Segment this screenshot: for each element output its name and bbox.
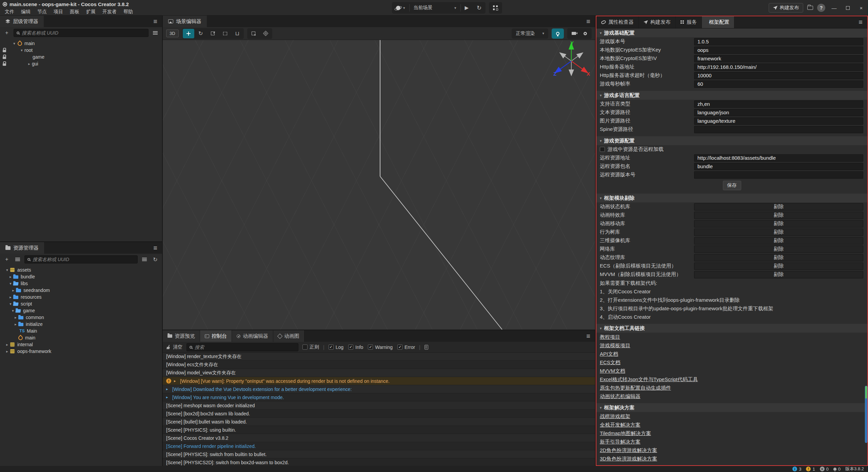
log-row[interactable]: ! ▸ [Window] Download the Vue Devtools e…: [163, 385, 595, 393]
inspector-tab[interactable]: 框架配置: [702, 16, 734, 28]
tree-node[interactable]: ▾ game: [0, 307, 162, 314]
hierarchy-search-input[interactable]: [22, 30, 145, 36]
remove-button[interactable]: 剔除: [694, 245, 863, 253]
filter-checkbox[interactable]: [348, 345, 353, 350]
solution-link[interactable]: 战棋游戏框架: [600, 412, 630, 420]
log-row[interactable]: ! ▸ [Window] You are running Vue in deve…: [163, 393, 595, 401]
remove-button[interactable]: 剔除: [694, 254, 863, 261]
assets-search[interactable]: [24, 255, 138, 263]
tree-node[interactable]: ▾ script: [0, 300, 162, 307]
menu-item[interactable]: 项目: [50, 8, 66, 16]
log-row[interactable]: ! [Window] ecs文件夹存在: [163, 361, 595, 369]
doc-link[interactable]: 教程项目: [600, 333, 620, 341]
tree-node[interactable]: ▸ bundle: [0, 273, 162, 280]
ui-transform-tool[interactable]: ⊔: [232, 29, 243, 38]
log-row[interactable]: ! ▸ [Window] [Vue warn]: Property "onInp…: [163, 377, 595, 385]
pivot-tool[interactable]: [248, 29, 259, 38]
filter-checkbox[interactable]: [397, 345, 402, 350]
tree-node[interactable]: ▾ libs: [0, 280, 162, 287]
config-value-field[interactable]: framework: [694, 55, 863, 62]
section-basic-config[interactable]: ▾ 游戏基础配置: [596, 28, 867, 37]
doc-link[interactable]: API文档: [600, 350, 618, 358]
log-row[interactable]: ! [Scene] Forward render pipeline initia…: [163, 442, 595, 450]
assets-menu-icon[interactable]: ≡: [149, 242, 162, 254]
scene-viewport[interactable]: Y X Z: [163, 40, 595, 330]
expand-chevron[interactable]: ▸: [26, 62, 32, 66]
tree-node[interactable]: Main: [0, 328, 162, 334]
tree-node[interactable]: ▸ common: [0, 314, 162, 321]
inspector-scrollbar[interactable]: [865, 386, 867, 443]
console-tab[interactable]: 动画图: [273, 330, 304, 342]
log-file-icon[interactable]: [425, 345, 428, 350]
tree-node[interactable]: ▸ gui: [0, 60, 162, 67]
minimize-button[interactable]: —: [829, 4, 839, 12]
tree-node[interactable]: ▾ assets: [0, 267, 162, 273]
scene-settings-button[interactable]: [579, 29, 591, 38]
doc-link[interactable]: 动画状态机编辑器: [600, 392, 640, 400]
status-warnings[interactable]: ! 1: [806, 467, 815, 472]
expand-chevron[interactable]: ▾: [8, 302, 13, 306]
preview-scene-select[interactable]: 当前场景 ▾: [410, 2, 460, 14]
doc-link[interactable]: MVVM文档: [600, 367, 625, 375]
remove-button[interactable]: 剔除: [694, 212, 863, 219]
log-filter-toggle[interactable]: Info: [348, 345, 363, 350]
tree-node[interactable]: ▸ internal: [0, 341, 162, 348]
play-button[interactable]: ▶: [461, 2, 473, 14]
config-value-field[interactable]: http://localhost:8083/assets/bundle: [694, 154, 863, 162]
config-value-field[interactable]: 10000: [694, 72, 863, 79]
menu-item[interactable]: 面板: [66, 8, 83, 16]
remove-button[interactable]: 剔除: [694, 262, 863, 270]
console-search[interactable]: [186, 343, 298, 351]
log-row[interactable]: ! [Scene] [PHYSICS]: using builtin.: [163, 426, 595, 434]
log-filter-toggle[interactable]: Warning: [368, 345, 393, 350]
remove-button[interactable]: 剔除: [694, 237, 863, 244]
log-row[interactable]: ! [Scene] [box2d]:box2d wasm lib loaded.: [163, 410, 595, 418]
console-search-input[interactable]: [195, 345, 295, 350]
log-row[interactable]: ! [Scene] Cocos Creator v3.8.2: [163, 434, 595, 442]
save-button[interactable]: 保存: [723, 181, 741, 190]
menu-item[interactable]: 帮助: [120, 8, 136, 16]
tree-node[interactable]: main: [0, 334, 162, 341]
remove-button[interactable]: 剔除: [694, 271, 863, 278]
rect-tool[interactable]: [219, 29, 231, 38]
config-value-field[interactable]: 60: [694, 80, 863, 88]
section-doc-links[interactable]: ▾ 框架文档工具链接: [596, 324, 867, 333]
expand-chevron[interactable]: ▸: [174, 379, 177, 383]
inspector-tab[interactable]: 属性检查器: [596, 16, 639, 28]
assets-refresh-icon[interactable]: ↻: [151, 255, 159, 263]
render-mode-select[interactable]: 正常渲染 ▾: [512, 28, 548, 39]
tab-assets[interactable]: 资源管理器: [0, 242, 44, 254]
expand-chevron[interactable]: ▸: [8, 295, 13, 299]
expand-chevron[interactable]: ▸: [166, 387, 170, 391]
console-menu-icon[interactable]: ≡: [581, 330, 595, 342]
reload-button[interactable]: ↻: [473, 2, 486, 14]
tree-node[interactable]: ▸ initialize: [0, 321, 162, 328]
menu-item[interactable]: 扩展: [83, 8, 99, 16]
log-row[interactable]: ! [Window] render_texture文件夹存在: [163, 353, 595, 361]
config-value-field[interactable]: language/json: [694, 109, 863, 116]
solution-link[interactable]: 全栈开发解决方案: [600, 420, 640, 429]
config-value-field[interactable]: oops: [694, 46, 863, 54]
expand-chevron[interactable]: ▾: [8, 281, 13, 286]
log-filter-toggle[interactable]: Log: [329, 345, 343, 350]
filter-checkbox[interactable]: [368, 345, 373, 350]
preview-qr-button[interactable]: [489, 2, 502, 14]
expand-chevron[interactable]: ▸: [166, 395, 170, 399]
tree-node[interactable]: ▸ oops-framework: [0, 348, 162, 355]
doc-link[interactable]: 游戏模板项目: [600, 341, 630, 350]
config-value-field[interactable]: 1.0.5: [694, 38, 863, 45]
section-solutions[interactable]: ▾ 框架解决方案: [596, 403, 867, 412]
regex-toggle[interactable]: 正则: [302, 344, 319, 350]
tree-node[interactable]: ▾ main: [0, 40, 162, 47]
doc-link[interactable]: Excel格式转Json文件与TypeScript代码工具: [600, 375, 698, 383]
status-info[interactable]: i 3: [792, 467, 801, 472]
hierarchy-filter-icon[interactable]: [151, 29, 159, 37]
console-clear-button[interactable]: 清空: [166, 344, 182, 350]
log-row[interactable]: ! [Scene] [PHYSICS]: switch from builtin…: [163, 450, 595, 458]
tree-node[interactable]: ▾ root: [0, 47, 162, 54]
build-publish-button[interactable]: 构建发布: [769, 3, 803, 13]
scene-menu-icon[interactable]: ≡: [581, 16, 595, 27]
solution-link[interactable]: 3D角色扮演游戏解决方案: [600, 454, 657, 463]
restore-button[interactable]: [843, 4, 852, 12]
sort-assets-icon[interactable]: [14, 255, 22, 263]
